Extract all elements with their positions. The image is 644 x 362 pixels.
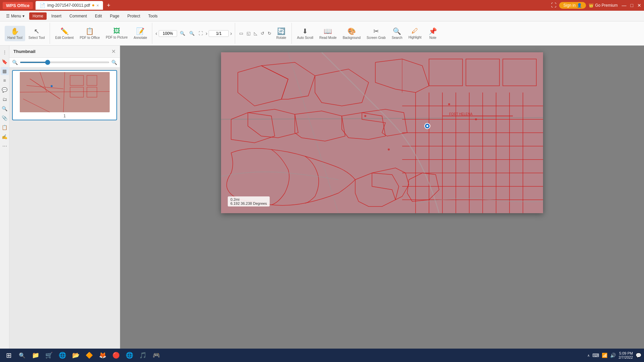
next-page2-button[interactable]: ›: [230, 31, 232, 37]
menu-edit[interactable]: Edit: [92, 12, 105, 20]
edit-content-button[interactable]: ✏️ Edit Content: [53, 26, 76, 41]
highlight-button[interactable]: 🖊 Highlight: [406, 26, 424, 41]
menu-home[interactable]: Home: [29, 12, 47, 20]
shape3-button[interactable]: ◺: [253, 30, 259, 37]
background-icon: 🎨: [347, 27, 356, 35]
read-mode-button[interactable]: 📖 Read Mode: [317, 26, 339, 41]
sidebar-sign-icon[interactable]: ✍: [1, 133, 9, 141]
auto-scroll-button[interactable]: ⬇ Auto Scroll: [294, 26, 316, 41]
left-sidebar: ⋮ 🔖 ▦ ≡ 💬 🗂 🔍 📎 📋 ✍ ⋯: [0, 46, 9, 351]
hand-icon: ✋: [11, 27, 19, 35]
speaker-icon[interactable]: 🔊: [610, 353, 616, 358]
crown-icon: 👑: [589, 3, 594, 8]
content-area[interactable]: FORT HELENA 0.2mi: [120, 46, 644, 351]
chrome-icon: 🌐: [126, 352, 133, 359]
pdf-to-office-label: PDF to Office: [80, 36, 100, 40]
taskbar-chrome[interactable]: 🌐: [123, 350, 136, 361]
rotate-right-button[interactable]: ↻: [266, 30, 273, 37]
taskbar-file-explorer[interactable]: 📁: [30, 350, 42, 361]
auto-scroll-label: Auto Scroll: [297, 36, 313, 40]
taskbar-search[interactable]: 🔍: [16, 350, 28, 361]
fit-button[interactable]: ⛶: [197, 30, 204, 37]
new-tab-button[interactable]: +: [107, 2, 111, 9]
taskbar-search-icon: 🔍: [19, 352, 25, 359]
sign-in-button[interactable]: Sign in 👤: [559, 2, 586, 9]
sidebar-search-icon[interactable]: 🔍: [1, 105, 9, 113]
edit-icon: ✏️: [60, 27, 69, 35]
menu-insert[interactable]: Insert: [48, 12, 65, 20]
menu-menu[interactable]: ☰ Menu ▾: [3, 12, 28, 20]
maximize-button[interactable]: □: [631, 3, 633, 8]
menu-page[interactable]: Page: [107, 12, 123, 20]
convert-icon: 📋: [86, 27, 94, 35]
taskbar-firefox[interactable]: 🦊: [97, 350, 109, 361]
rotate-icon: 🔄: [277, 27, 285, 35]
panel-header: Thumbnail ✕: [9, 46, 120, 58]
shape2-button[interactable]: ◱: [245, 30, 252, 37]
svg-text:FORT HELENA: FORT HELENA: [449, 112, 473, 116]
next-page-button[interactable]: ›: [206, 31, 207, 37]
zoom-input[interactable]: [159, 30, 177, 37]
thumbnail-image: [20, 72, 110, 112]
sidebar-layer-icon[interactable]: 🗂: [1, 95, 9, 103]
minimize-button[interactable]: —: [622, 3, 627, 8]
taskbar-store[interactable]: 🛒: [43, 350, 55, 361]
zoom-in-button[interactable]: 🔍: [188, 30, 196, 37]
shapes-group: ▭ ◱ ◺ ↺ ↻ 🔄 Rotate: [236, 23, 292, 44]
prev-page-button[interactable]: ‹: [156, 31, 157, 37]
zoom-in-small-icon[interactable]: 🔍: [111, 60, 117, 65]
keyboard-icon[interactable]: ⌨: [592, 353, 599, 358]
svg-point-39: [475, 118, 477, 120]
start-button[interactable]: ⊞: [3, 350, 15, 361]
sidebar-attach-icon[interactable]: 📎: [1, 114, 9, 122]
taskbar-folder2[interactable]: 📂: [70, 350, 82, 361]
sidebar-bookmark-icon[interactable]: 🔖: [1, 58, 9, 66]
menu-tools[interactable]: Tools: [145, 12, 161, 20]
background-button[interactable]: 🎨 Background: [340, 26, 363, 41]
note-button[interactable]: 📌 Note: [425, 26, 441, 41]
rotate-button[interactable]: 🔄 Rotate: [273, 26, 289, 41]
notification-icon[interactable]: 💬: [636, 353, 641, 358]
taskbar-app2[interactable]: 🎮: [150, 350, 162, 361]
menu-comment[interactable]: Comment: [66, 12, 90, 20]
shape1-button[interactable]: ▭: [238, 30, 245, 37]
hand-tool-button[interactable]: ✋ Hand Tool: [5, 26, 25, 41]
screen-grab-button[interactable]: ✂ Screen Grab: [364, 26, 388, 41]
sidebar-more-icon[interactable]: ⋯: [1, 142, 9, 150]
sidebar-thumbnail-icon[interactable]: ▦: [1, 67, 9, 75]
pdf-to-office-button[interactable]: 📋 PDF to Office: [77, 26, 103, 41]
network-icon[interactable]: 📶: [602, 353, 607, 358]
select-tool-button[interactable]: ↖ Select Tool: [26, 26, 48, 41]
taskbar-ie[interactable]: 🌐: [56, 350, 68, 361]
document-tab[interactable]: 📄 img-2071547-00011.pdf ✕: [36, 1, 103, 10]
sidebar-form-icon[interactable]: 📋: [1, 123, 9, 131]
edit-group: ✏️ Edit Content 📋 PDF to Office 🖼 PDF to…: [51, 23, 152, 44]
zoom-out-button[interactable]: 🔍: [178, 30, 186, 37]
menu-protect[interactable]: Protect: [124, 12, 144, 20]
user-icon: 👤: [577, 3, 582, 8]
panel-close-button[interactable]: ✕: [111, 48, 116, 55]
annotate-button[interactable]: 📝 Annotate: [131, 26, 150, 41]
thumbnail-page-1[interactable]: 1: [12, 70, 117, 120]
go-premium-button[interactable]: 👑 Go Premium: [589, 3, 618, 8]
sidebar-comment-icon[interactable]: 💬: [1, 86, 9, 94]
screen-mode-icon[interactable]: ⛶: [551, 2, 556, 8]
taskbar-vlc[interactable]: 🔶: [83, 350, 95, 361]
wps-logo[interactable]: WPS Office: [3, 2, 33, 9]
zoom-nav-group: ‹ 🔍 🔍 ⛶ › ›: [153, 23, 235, 44]
taskbar-wps[interactable]: 🔴: [110, 350, 122, 361]
search-button[interactable]: 🔍 Search: [389, 26, 405, 41]
close-button[interactable]: ✕: [637, 3, 641, 8]
taskbar-app1[interactable]: 🎵: [137, 350, 149, 361]
tab-close-button[interactable]: ✕: [96, 4, 99, 7]
taskbar-time[interactable]: 5:09 PM 2/7/2022: [619, 351, 633, 359]
thumbnail-zoom-slider[interactable]: [20, 62, 109, 63]
taskbar-chevron-icon[interactable]: ∧: [587, 354, 590, 357]
rotate-left-button[interactable]: ↺: [259, 30, 266, 37]
screenshot-icon: ✂: [373, 27, 379, 35]
zoom-out-small-icon[interactable]: 🔍: [12, 60, 18, 65]
page-input[interactable]: [209, 30, 229, 37]
sidebar-outline-icon[interactable]: ≡: [1, 76, 9, 84]
thumbnail-container[interactable]: 1: [9, 67, 120, 351]
pdf-to-picture-button[interactable]: 🖼 PDF to Picture: [103, 26, 130, 41]
